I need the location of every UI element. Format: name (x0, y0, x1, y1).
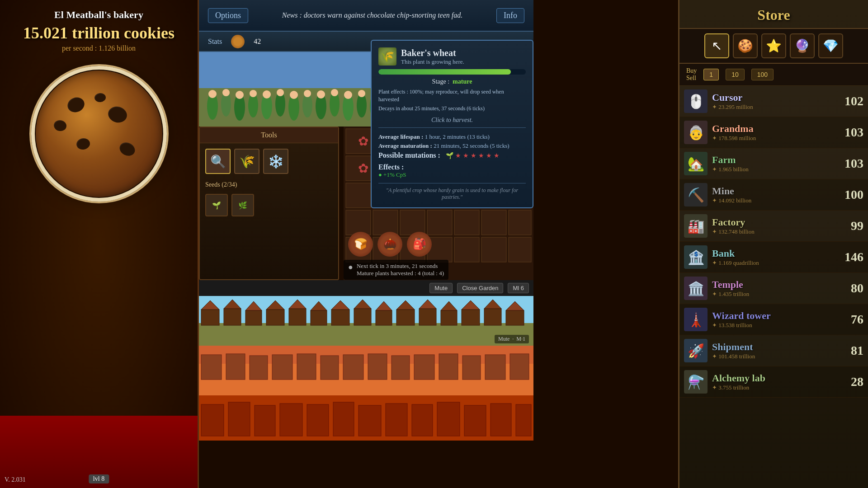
harvest-item-1[interactable]: 🍞 (348, 232, 373, 257)
store-info-alchemy-lab: Alchemy lab ✦ 3.755 trillion (712, 372, 836, 391)
svg-text:✿: ✿ (358, 134, 368, 148)
store-item-shipment[interactable]: 🚀 Shipment ✦ 101.458 trillion 81 (679, 335, 868, 366)
svg-rect-149 (307, 404, 329, 436)
store-info-temple: Temple ✦ 1.435 trillion (712, 279, 836, 298)
svg-rect-133 (272, 355, 292, 380)
maturation-row: Average maturation : 21 minutes, 52 seco… (378, 142, 526, 150)
store-sub-farm: ✦ 1.965 billion (712, 166, 836, 173)
qty-100-button[interactable]: 100 (751, 69, 774, 80)
svg-text:✿: ✿ (358, 161, 368, 175)
store-item-factory[interactable]: 🏭 Factory ✦ 132.748 billion 99 (679, 211, 868, 242)
tool-magnify[interactable]: 🔍 (205, 149, 231, 174)
store-item-temple[interactable]: 🏛️ Temple ✦ 1.435 trillion 80 (679, 273, 868, 304)
store-item-wizard-tower[interactable]: 🗼 Wizard tower ✦ 13.538 trillion 76 (679, 304, 868, 335)
svg-rect-114 (376, 310, 392, 325)
store-tab-extra[interactable]: 💎 (818, 33, 843, 58)
level-label: M·1 (516, 336, 525, 342)
svg-rect-124 (484, 309, 501, 325)
mutations-row: Possible mutations : 🌱 ★ ★ ★ ★ ★ ★ (378, 151, 526, 160)
store-tab-cookie[interactable]: 🍪 (733, 33, 758, 58)
bakery-name: El Meatball's bakery (0, 0, 198, 21)
scene-row1: Mute · M·1 (199, 296, 533, 346)
svg-rect-100 (224, 309, 241, 325)
cookie-level: 42 (254, 38, 261, 46)
harvest-item-2[interactable]: 🌰 (377, 232, 402, 257)
store-count-shipment: 81 (836, 343, 863, 358)
cookie-count: 15.021 trillion cookies (0, 24, 198, 42)
mutation-seed: 🌱 (446, 152, 453, 160)
svg-point-26 (208, 90, 217, 98)
upgrade-tab-icon: ⭐ (766, 38, 782, 53)
mut3: ★ (471, 152, 476, 160)
store-count-factory: 99 (836, 219, 863, 233)
svg-point-27 (222, 89, 230, 96)
tooltip-header: 🌾 Baker's wheat This plant is growing he… (378, 47, 526, 66)
svg-rect-128 (199, 346, 533, 364)
store-item-farm[interactable]: 🏡 Farm ✦ 1.965 billion 103 (679, 148, 868, 179)
svg-rect-122 (462, 310, 480, 325)
store-icon-grandma: 👵 (684, 121, 708, 144)
tools-title: Tools (200, 127, 338, 143)
cookie-border (31, 66, 167, 202)
harvest-area: 🍞 🌰 🎒 (344, 226, 515, 262)
svg-rect-110 (331, 310, 349, 325)
harvest-item-3[interactable]: 🎒 (407, 232, 432, 257)
store-tab-special[interactable]: 🔮 (790, 33, 815, 58)
store-item-cursor[interactable]: 🖱️ Cursor ✦ 23.295 million 102 (679, 86, 868, 117)
svg-point-35 (331, 89, 338, 96)
level-badge: lvl 8 (89, 474, 109, 483)
store-count-wizard-tower: 76 (836, 312, 863, 327)
store-item-grandma[interactable]: 👵 Grandma ✦ 178.598 million 103 (679, 117, 868, 148)
extra-tab-icon: 💎 (823, 38, 839, 53)
options-button[interactable]: Options (208, 8, 248, 23)
svg-rect-142 (485, 355, 505, 380)
store-count-cursor: 102 (836, 94, 863, 108)
seed-slot-1[interactable]: 🌱 (205, 194, 228, 216)
info-button[interactable]: Info (496, 8, 524, 23)
seed-slot-2[interactable]: 🌿 (231, 194, 254, 216)
store-icon-farm: 🏡 (684, 152, 708, 175)
qty-1-button[interactable]: 1 (703, 69, 719, 80)
store-tab-upgrade[interactable]: ⭐ (761, 33, 786, 58)
tick-info: ● Next tick in 3 minutes, 21 seconds Mat… (344, 260, 448, 280)
garden-level[interactable]: Ml 6 (508, 283, 529, 293)
per-second: per second : 1.126 billion (0, 44, 198, 52)
store-name-alchemy-lab: Alchemy lab (712, 372, 836, 384)
svg-point-34 (317, 90, 325, 99)
tool-freeze[interactable]: ❄️ (263, 149, 288, 174)
cookie-container[interactable] (31, 66, 167, 202)
close-garden-button[interactable]: Close Garden (457, 283, 503, 293)
svg-rect-134 (297, 354, 316, 380)
store-tab-cursor[interactable]: ↖ (704, 33, 729, 58)
store-sub-factory: ✦ 132.748 billion (712, 228, 836, 235)
store-name-wizard-tower: Wizard tower (712, 310, 836, 322)
svg-point-36 (344, 91, 352, 99)
mute-button[interactable]: Mute (429, 283, 453, 293)
scene-mute-button[interactable]: Mute · M·1 (495, 335, 529, 343)
store-count-alchemy-lab: 28 (836, 375, 863, 389)
svg-rect-152 (386, 404, 407, 436)
stats-button[interactable]: Stats (208, 38, 222, 46)
qty-10-button[interactable]: 10 (726, 69, 745, 80)
tooltip-stats: Average lifespan : 1 hour, 2 minutes (13… (378, 127, 526, 160)
click-harvest[interactable]: Click to harvest. (378, 117, 526, 124)
maturation-label: Average maturation : (378, 142, 432, 150)
magnify-icon: 🔍 (210, 154, 226, 169)
stage-label: Stage : (432, 78, 450, 85)
store-item-alchemy-lab[interactable]: ⚗️ Alchemy lab ✦ 3.755 trillion 28 (679, 366, 868, 398)
store-item-mine[interactable]: ⛏️ Mine ✦ 14.092 billion 100 (679, 179, 868, 211)
store-sub-cursor: ✦ 23.295 million (712, 103, 836, 111)
svg-rect-139 (414, 355, 434, 380)
svg-rect-138 (392, 356, 410, 380)
tool-wheat[interactable]: 🌾 (234, 149, 259, 174)
svg-point-30 (263, 90, 271, 99)
garden-controls: Mute Close Garden Ml 6 (199, 280, 533, 296)
seed-icon-2: 🌿 (238, 201, 247, 210)
store-item-bank[interactable]: 🏦 Bank ✦ 1.169 quadrillion 146 (679, 242, 868, 273)
store-info-wizard-tower: Wizard tower ✦ 13.538 trillion (712, 310, 836, 329)
cookie-icon-small (231, 35, 245, 48)
special-tab-icon: 🔮 (794, 38, 810, 53)
store-items: 🖱️ Cursor ✦ 23.295 million 102 👵 Grandma… (679, 86, 868, 474)
svg-rect-137 (368, 354, 387, 380)
store-name-mine: Mine (712, 185, 836, 197)
